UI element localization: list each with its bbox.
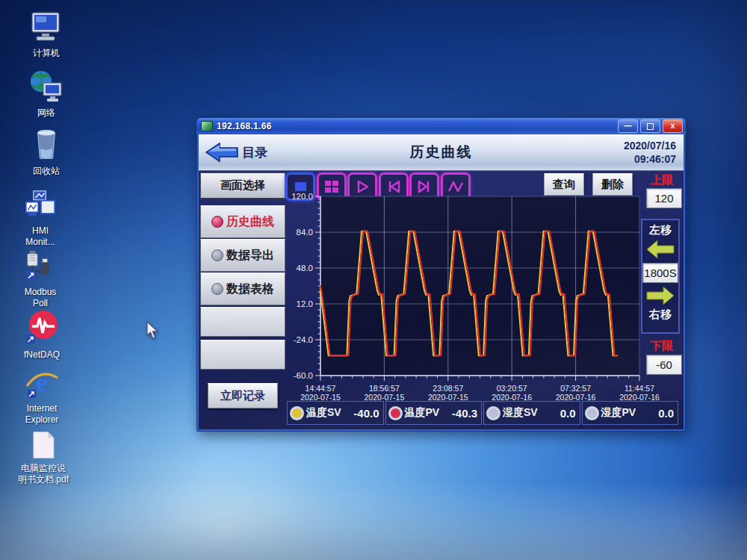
modbus-poll-icon bbox=[4, 249, 76, 287]
desktop-icon-recycle-bin[interactable]: 回收站 bbox=[10, 127, 82, 177]
internet-explorer-icon: e bbox=[6, 366, 78, 403]
sidebar-item-label: 历史曲线 bbox=[226, 214, 274, 230]
sidebar-item-data-table[interactable]: 数据表格 bbox=[200, 273, 285, 305]
desktop-icon-label: 网络 bbox=[10, 108, 82, 119]
sidebar-item-label: 数据导出 bbox=[226, 248, 274, 264]
pan-right-label: 右移 bbox=[642, 308, 678, 322]
window-titlebar[interactable]: 192.168.1.66 — x bbox=[196, 118, 686, 134]
minimize-button[interactable]: — bbox=[618, 119, 638, 133]
inactive-indicator-icon bbox=[211, 283, 223, 295]
x-tick-time-label: 03:20:57 bbox=[497, 384, 527, 393]
legend-label: 湿度SV bbox=[503, 406, 538, 420]
x-tick-time-label: 18:56:57 bbox=[369, 384, 400, 393]
pan-right-button[interactable] bbox=[646, 286, 675, 305]
legend-label: 温度SV bbox=[306, 406, 341, 420]
sidebar-item-label: 数据表格 bbox=[226, 281, 274, 297]
legend-item-0: 温度SV-40.0 bbox=[287, 401, 384, 425]
pan-control-panel: 左移 1800S 右移 bbox=[641, 219, 680, 334]
sidebar-item-history-curve[interactable]: 历史曲线 bbox=[200, 205, 285, 238]
legend-bar: 温度SV-40.0温度PV-40.3湿度SV0.0湿度PV0.0 bbox=[287, 401, 678, 425]
legend-item-2: 湿度SV0.0 bbox=[483, 401, 580, 425]
date-text: 2020/07/16 bbox=[624, 139, 676, 152]
mouse-cursor bbox=[143, 321, 161, 340]
legend-value: 0.0 bbox=[658, 407, 675, 420]
pdf-document-icon bbox=[7, 430, 79, 463]
legend-color-icon bbox=[388, 406, 403, 420]
x-tick-time-label: 11:44:57 bbox=[624, 384, 654, 393]
inactive-indicator-icon bbox=[211, 249, 223, 261]
fnetdaq-icon bbox=[6, 309, 78, 349]
desktop-icon-label: 电脑监控说 明书文档.pdf bbox=[7, 463, 79, 485]
desktop-icon-fnetdaq[interactable]: fNetDAQ bbox=[6, 309, 78, 361]
lower-limit-label: 下限 bbox=[644, 339, 680, 353]
record-now-button[interactable]: 立即记录 bbox=[208, 383, 278, 408]
close-button[interactable]: x bbox=[663, 119, 683, 133]
legend-item-1: 温度PV-40.3 bbox=[385, 401, 483, 425]
y-tick-label: 120.0 bbox=[291, 192, 313, 201]
computer-icon bbox=[10, 9, 82, 48]
hmi-main-area: 画面选择 历史曲线数据导出数据表格 立即记录 查询 删除 上限 120 120.… bbox=[199, 171, 684, 429]
maximize-button[interactable] bbox=[640, 119, 660, 133]
page-title: 历史曲线 bbox=[199, 143, 684, 162]
legend-value: -40.0 bbox=[353, 407, 380, 420]
active-indicator-icon bbox=[211, 216, 223, 228]
desktop-icon-label: HMI Monit... bbox=[4, 225, 76, 248]
hmi-window: 192.168.1.66 — x 历史曲线 目录 2020/07/16 09:4… bbox=[196, 118, 686, 432]
desktop-icon-internet-explorer[interactable]: eInternet Explorer bbox=[6, 366, 78, 426]
window-app-icon bbox=[201, 121, 213, 131]
y-tick-label: 84.0 bbox=[297, 228, 313, 237]
desktop-icon-label: 回收站 bbox=[10, 166, 82, 177]
legend-value: -40.3 bbox=[452, 407, 479, 420]
hmi-monitor-icon bbox=[4, 190, 76, 225]
y-tick-label: -60.0 bbox=[294, 371, 313, 380]
pan-left-label: 左移 bbox=[642, 223, 678, 237]
legend-color-icon bbox=[585, 406, 599, 420]
sidebar-blank-row bbox=[200, 340, 285, 370]
legend-value: 0.0 bbox=[560, 407, 577, 420]
maximize-icon bbox=[647, 123, 654, 130]
time-text: 09:46:07 bbox=[624, 152, 676, 166]
network-icon bbox=[10, 69, 82, 108]
y-tick-label: -24.0 bbox=[294, 335, 313, 344]
hmi-header: 历史曲线 目录 2020/07/16 09:46:07 bbox=[199, 134, 684, 171]
legend-color-icon bbox=[290, 406, 304, 420]
legend-color-icon bbox=[486, 406, 500, 420]
sidebar-item-data-export[interactable]: 数据导出 bbox=[200, 239, 285, 272]
lower-limit-value[interactable]: -60 bbox=[646, 355, 682, 375]
desktop-icon-pdf-document[interactable]: 电脑监控说 明书文档.pdf bbox=[7, 430, 79, 485]
desktop-icon-label: Internet Explorer bbox=[6, 403, 78, 426]
desktop-icon-label: Modbus Poll bbox=[4, 287, 76, 309]
y-tick-label: 48.0 bbox=[297, 264, 313, 273]
legend-label: 温度PV bbox=[405, 406, 440, 420]
x-tick-time-label: 07:32:57 bbox=[560, 384, 591, 393]
upper-limit-label: 上限 bbox=[644, 173, 680, 187]
recycle-bin-icon bbox=[10, 127, 82, 166]
y-tick-label: 12.0 bbox=[297, 299, 313, 308]
legend-label: 湿度PV bbox=[601, 406, 636, 420]
desktop-icon-hmi-monitor[interactable]: HMI Monit... bbox=[4, 190, 76, 248]
sidebar-blank-row bbox=[200, 307, 285, 337]
sidebar-header: 画面选择 bbox=[200, 172, 285, 199]
window-title: 192.168.1.66 bbox=[217, 121, 616, 131]
x-tick-time-label: 23:08:57 bbox=[433, 384, 463, 393]
history-trend-chart: 120.084.048.012.0-24.0-60.014:44:572020-… bbox=[285, 189, 674, 405]
pan-left-button[interactable] bbox=[646, 240, 675, 259]
legend-item-3: 湿度PV0.0 bbox=[582, 401, 679, 425]
desktop-icon-computer[interactable]: 计算机 bbox=[10, 9, 82, 59]
desktop-icon-label: 计算机 bbox=[10, 48, 82, 59]
datetime-display: 2020/07/16 09:46:07 bbox=[624, 139, 676, 166]
hmi-screen: 历史曲线 目录 2020/07/16 09:46:07 画面选择 历史曲线数据导… bbox=[199, 134, 684, 429]
desktop-icon-modbus-poll[interactable]: Modbus Poll bbox=[4, 249, 76, 309]
pan-interval-value[interactable]: 1800S bbox=[642, 263, 678, 283]
desktop-icon-network[interactable]: 网络 bbox=[10, 69, 82, 119]
desktop-icon-label: fNetDAQ bbox=[6, 349, 78, 361]
x-tick-time-label: 14:44:57 bbox=[306, 384, 336, 393]
